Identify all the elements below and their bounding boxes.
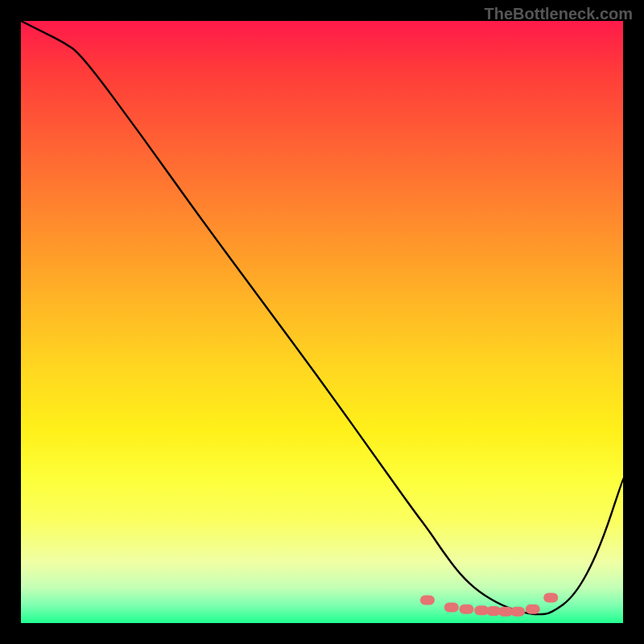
watermark-text: TheBottleneck.com [485, 5, 633, 23]
marker-dot [444, 603, 459, 613]
marker-dot [510, 607, 525, 617]
chart-svg [21, 21, 623, 623]
marker-dot [420, 596, 435, 605]
chart-markers [420, 593, 558, 617]
marker-dot [460, 605, 474, 614]
marker-dot [526, 605, 540, 614]
marker-dot [543, 593, 558, 603]
chart-curve [21, 21, 623, 614]
